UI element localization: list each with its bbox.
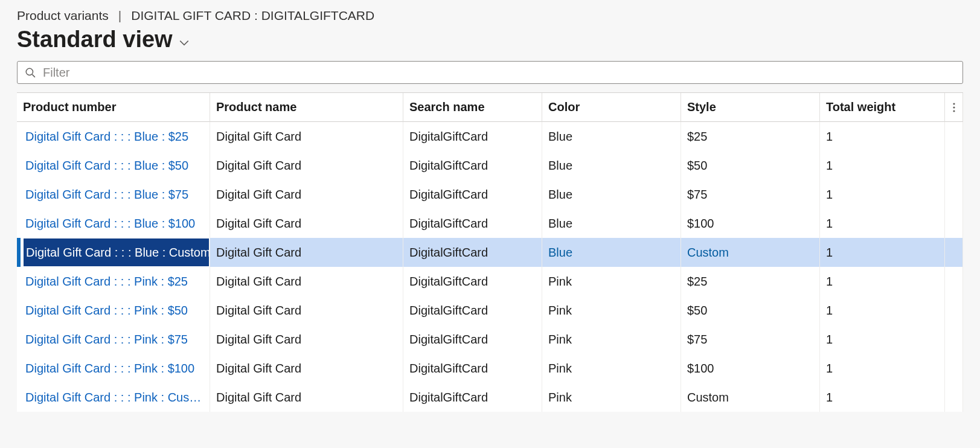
cell-spacer <box>945 122 963 151</box>
cell-color[interactable]: Blue <box>542 238 681 267</box>
cell-total-weight[interactable]: 1 <box>820 296 945 325</box>
cell-search-name[interactable]: DigitalGiftCard <box>403 122 542 151</box>
cell-total-weight[interactable]: 1 <box>820 209 945 238</box>
col-header-search-name[interactable]: Search name <box>403 93 542 122</box>
cell-total-weight[interactable]: 1 <box>820 325 945 354</box>
col-header-total-weight[interactable]: Total weight <box>820 93 945 122</box>
cell-product-name[interactable]: Digital Gift Card <box>210 354 403 383</box>
cell-spacer <box>945 325 963 354</box>
cell-total-weight[interactable]: 1 <box>820 180 945 209</box>
cell-style[interactable]: $25 <box>681 122 820 151</box>
cell-product-name[interactable]: Digital Gift Card <box>210 267 403 296</box>
cell-product-number[interactable]: Digital Gift Card : : : Blue : $50 <box>17 151 210 180</box>
cell-style[interactable]: $100 <box>681 209 820 238</box>
table-row[interactable]: Digital Gift Card : : : Pink : $100Digit… <box>17 354 963 383</box>
cell-total-weight[interactable]: 1 <box>820 267 945 296</box>
cell-product-number[interactable]: Digital Gift Card : : : Blue : $100 <box>17 209 210 238</box>
cell-color[interactable]: Pink <box>542 383 681 412</box>
selection-bar <box>17 238 21 267</box>
cell-color[interactable]: Pink <box>542 267 681 296</box>
more-columns-icon[interactable] <box>951 102 956 113</box>
cell-product-number[interactable]: Digital Gift Card : : : Pink : $75 <box>17 325 210 354</box>
table-row[interactable]: Digital Gift Card : : : Blue : $25Digita… <box>17 122 963 151</box>
col-header-more[interactable] <box>945 93 963 122</box>
cell-spacer <box>945 238 963 267</box>
table-row[interactable]: Digital Gift Card : : : Pink : $50Digita… <box>17 296 963 325</box>
cell-product-name[interactable]: Digital Gift Card <box>210 209 403 238</box>
cell-search-name[interactable]: DigitalGiftCard <box>403 354 542 383</box>
cell-product-name[interactable]: Digital Gift Card <box>210 325 403 354</box>
cell-spacer <box>945 267 963 296</box>
table-row[interactable]: Digital Gift Card : : : Pink : $25Digita… <box>17 267 963 296</box>
breadcrumb-root[interactable]: Product variants <box>17 8 109 23</box>
cell-color[interactable]: Blue <box>542 180 681 209</box>
cell-product-name[interactable]: Digital Gift Card <box>210 122 403 151</box>
cell-search-name[interactable]: DigitalGiftCard <box>403 238 542 267</box>
svg-line-1 <box>32 74 35 77</box>
cell-search-name[interactable]: DigitalGiftCard <box>403 151 542 180</box>
cell-total-weight[interactable]: 1 <box>820 354 945 383</box>
breadcrumb-separator: | <box>118 8 121 23</box>
cell-style[interactable]: $50 <box>681 296 820 325</box>
cell-product-number[interactable]: Digital Gift Card : : : Pink : $100 <box>17 354 210 383</box>
filter-input[interactable] <box>42 65 955 80</box>
cell-total-weight[interactable]: 1 <box>820 238 945 267</box>
col-header-product-name[interactable]: Product name <box>210 93 403 122</box>
cell-total-weight[interactable]: 1 <box>820 151 945 180</box>
table-row[interactable]: Digital Gift Card : : : Blue : $100Digit… <box>17 209 963 238</box>
cell-product-number[interactable]: Digital Gift Card : : : Pink : $50 <box>17 296 210 325</box>
cell-style[interactable]: $100 <box>681 354 820 383</box>
cell-total-weight[interactable]: 1 <box>820 383 945 412</box>
table-row[interactable]: Digital Gift Card : : : Blue : $50Digita… <box>17 151 963 180</box>
cell-search-name[interactable]: DigitalGiftCard <box>403 325 542 354</box>
cell-search-name[interactable]: DigitalGiftCard <box>403 383 542 412</box>
cell-color[interactable]: Pink <box>542 325 681 354</box>
cell-product-name[interactable]: Digital Gift Card <box>210 151 403 180</box>
page-title: Standard view <box>17 27 173 53</box>
cell-search-name[interactable]: DigitalGiftCard <box>403 209 542 238</box>
cell-color[interactable]: Blue <box>542 122 681 151</box>
table-row[interactable]: Digital Gift Card : : : Blue : $75Digita… <box>17 180 963 209</box>
filter-box[interactable] <box>17 61 963 84</box>
svg-point-2 <box>953 103 955 104</box>
cell-product-number[interactable]: Digital Gift Card : : : Blue : $75 <box>17 180 210 209</box>
search-icon <box>25 67 36 78</box>
cell-style[interactable]: Custom <box>681 238 820 267</box>
cell-product-number[interactable]: Digital Gift Card : : : Pink : Custom <box>17 383 210 412</box>
cell-style[interactable]: Custom <box>681 383 820 412</box>
cell-product-number[interactable]: Digital Gift Card : : : Pink : $25 <box>17 267 210 296</box>
table-row[interactable]: Digital Gift Card : : : Blue : CustomDig… <box>17 238 963 267</box>
cell-color[interactable]: Pink <box>542 354 681 383</box>
cell-product-number[interactable]: Digital Gift Card : : : Blue : $25 <box>17 122 210 151</box>
cell-search-name[interactable]: DigitalGiftCard <box>403 267 542 296</box>
cell-product-name[interactable]: Digital Gift Card <box>210 296 403 325</box>
cell-product-name[interactable]: Digital Gift Card <box>210 383 403 412</box>
col-header-style[interactable]: Style <box>681 93 820 122</box>
cell-spacer <box>945 383 963 412</box>
col-header-color[interactable]: Color <box>542 93 681 122</box>
grid-header-row: Product number Product name Search name … <box>17 93 963 122</box>
cell-style[interactable]: $75 <box>681 180 820 209</box>
cell-color[interactable]: Blue <box>542 209 681 238</box>
cell-total-weight[interactable]: 1 <box>820 122 945 151</box>
cell-spacer <box>945 354 963 383</box>
cell-color[interactable]: Blue <box>542 151 681 180</box>
view-switcher[interactable]: Standard view <box>17 27 963 53</box>
cell-search-name[interactable]: DigitalGiftCard <box>403 180 542 209</box>
cell-spacer <box>945 296 963 325</box>
cell-style[interactable]: $50 <box>681 151 820 180</box>
cell-color[interactable]: Pink <box>542 296 681 325</box>
cell-spacer <box>945 151 963 180</box>
table-row[interactable]: Digital Gift Card : : : Pink : $75Digita… <box>17 325 963 354</box>
cell-spacer <box>945 180 963 209</box>
table-row[interactable]: Digital Gift Card : : : Pink : CustomDig… <box>17 383 963 412</box>
svg-point-0 <box>26 68 33 75</box>
cell-product-name[interactable]: Digital Gift Card <box>210 238 403 267</box>
cell-style[interactable]: $75 <box>681 325 820 354</box>
cell-spacer <box>945 209 963 238</box>
cell-style[interactable]: $25 <box>681 267 820 296</box>
cell-search-name[interactable]: DigitalGiftCard <box>403 296 542 325</box>
col-header-product-number[interactable]: Product number <box>17 93 210 122</box>
cell-product-name[interactable]: Digital Gift Card <box>210 180 403 209</box>
cell-product-number[interactable]: Digital Gift Card : : : Blue : Custom <box>17 238 210 267</box>
